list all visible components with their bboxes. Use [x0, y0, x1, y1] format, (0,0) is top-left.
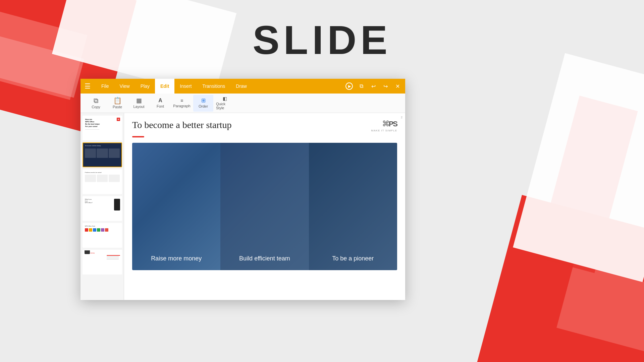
panel-1-label: Raise more money	[151, 255, 202, 262]
menu-items: File View Play Edit Insert Transitions D…	[96, 79, 345, 94]
thumb4-bg: What if youhaveWPS Office?	[83, 197, 121, 220]
slide-title: To become a better startup	[132, 120, 232, 130]
thumb3-card-3	[109, 175, 120, 182]
thumb4-phone	[114, 199, 120, 210]
slide-thumb-6-inner: To raise money	[83, 250, 121, 274]
thumb2-cell-1	[85, 148, 96, 158]
quickstyle-icon: ◧	[223, 96, 227, 101]
wps-logo-mark: ⌘PS	[382, 120, 397, 128]
thumb1-sub: ————————————	[85, 129, 119, 130]
paragraph-icon: ≡	[180, 98, 183, 103]
app-window: ☰ File View Play Edit Insert Transitions…	[80, 79, 405, 300]
thumb2-title: To become a better startup	[85, 145, 120, 146]
thumb3-bg: Problems need to be solved	[83, 170, 121, 184]
thumb2-bg: To become a better startup	[83, 143, 121, 167]
app-titlebar: ☰ File View Play Edit Insert Transitions…	[80, 79, 405, 94]
page-title: SLIDE	[0, 17, 644, 63]
thumb3-card-2	[97, 175, 108, 182]
font-button[interactable]: A Font	[150, 95, 170, 112]
app-content: W How canWPS OfficeBe the best helperFor…	[80, 113, 405, 300]
slide-panel-3: To be a pioneer	[309, 143, 397, 270]
slide-thumb-3-inner: Problems need to be solved	[83, 170, 121, 193]
slide-divider	[132, 136, 144, 137]
copy-icon: ⧉	[94, 97, 98, 104]
slide-panel-2: Build efficient team	[220, 143, 309, 270]
slides-panel: W How canWPS OfficeBe the best helperFor…	[80, 113, 124, 300]
menu-insert[interactable]: Insert	[174, 79, 197, 94]
menu-view[interactable]: View	[114, 79, 135, 94]
window-button[interactable]: ⧉	[358, 82, 365, 90]
slide-header: To become a better startup ⌘PS MAKE IT S…	[132, 120, 397, 132]
slide-thumb-1-inner: W How canWPS OfficeBe the best helperFor…	[83, 116, 121, 140]
menu-play[interactable]: Play	[135, 79, 155, 94]
thumb2-grid	[85, 148, 120, 158]
paste-label: Paste	[113, 105, 122, 109]
thumb1-wps-logo: W	[117, 118, 120, 121]
titlebar-actions: ▶ ⧉ ↩ ↪ ✕	[345, 82, 401, 90]
close-button[interactable]: ✕	[394, 82, 401, 90]
paragraph-button[interactable]: ≡ Paragraph	[172, 95, 192, 112]
copy-button[interactable]: ⧉ Copy	[86, 95, 106, 112]
thumb5-icon-6	[105, 228, 108, 232]
slide-thumb-2-inner: To become a better startup	[83, 143, 121, 167]
order-icon: ⊞	[201, 98, 206, 103]
slide-thumb-4[interactable]: What if youhaveWPS Office?	[83, 196, 122, 221]
layout-label: Layout	[133, 105, 144, 109]
thumb2-cell-3	[109, 148, 120, 158]
layout-button[interactable]: ▦ Layout	[129, 95, 149, 112]
thumb3-title: Problems need to be solved	[85, 172, 120, 173]
slide-thumb-4-inner: What if youhaveWPS Office?	[83, 197, 121, 220]
panel-3-overlay	[309, 143, 397, 270]
paste-button[interactable]: 📋 Paste	[107, 95, 127, 112]
panel-2-label: Build efficient team	[239, 255, 290, 262]
slide-thumb-5[interactable]: WPS Office Suite	[83, 223, 122, 248]
hamburger-icon: ☰	[85, 82, 91, 90]
menu-edit[interactable]: Edit	[155, 79, 174, 94]
slide-thumb-3[interactable]: Problems need to be solved	[83, 169, 122, 194]
thumb3-row	[85, 175, 120, 182]
slide-number: 2	[401, 116, 402, 119]
thumb5-bg: WPS Office Suite	[83, 224, 121, 247]
play-button[interactable]: ▶	[345, 82, 353, 90]
thumb2-cell-2	[97, 148, 108, 158]
slide-thumb-5-inner: WPS Office Suite	[83, 224, 121, 247]
wps-logo-sub: MAKE IT SIMPLE	[371, 129, 397, 132]
menu-draw[interactable]: Draw	[230, 79, 252, 94]
hamburger-menu-button[interactable]: ☰	[85, 83, 91, 89]
thumb3-card-1	[85, 175, 96, 182]
thumb5-icon-1	[85, 228, 88, 232]
quickstyle-label: Quick Style	[216, 102, 233, 110]
slide-thumb-6[interactable]: To raise money	[83, 250, 122, 275]
menu-transitions[interactable]: Transitions	[197, 79, 230, 94]
paste-icon: 📋	[113, 97, 122, 104]
slide-thumb-2[interactable]: To become a better startup	[83, 142, 122, 167]
thumb6-line-1	[107, 255, 120, 256]
thumb6-phone	[85, 250, 90, 254]
thumb6-bg: To raise money	[83, 250, 121, 255]
thumb6-text	[107, 255, 120, 260]
page-title-wrap: SLIDE	[0, 0, 644, 63]
thumb6-line-2	[107, 256, 119, 257]
thumb5-icon-5	[101, 228, 104, 232]
panel-1-overlay	[132, 143, 220, 270]
thumb5-icon-4	[97, 228, 100, 232]
thumb6-line-4	[107, 259, 119, 259]
thumb5-icon-2	[89, 228, 92, 232]
copy-label: Copy	[92, 105, 100, 109]
undo-button[interactable]: ↩	[370, 82, 377, 90]
thumb5-icons	[85, 228, 120, 232]
main-slide: 2 To become a better startup ⌘PS MAKE IT…	[124, 113, 405, 300]
slide-panels: Raise more money Build efficient team To…	[132, 143, 397, 270]
quickstyle-button[interactable]: ◧ Quick Style	[215, 95, 235, 112]
layout-icon: ▦	[136, 98, 142, 104]
order-label: Order	[199, 104, 208, 108]
thumb1-title: How canWPS OfficeBe the best helperFor y…	[85, 118, 119, 128]
menu-file[interactable]: File	[96, 79, 114, 94]
order-button[interactable]: ⊞ Order	[193, 95, 213, 112]
panel-3-label: To be a pioneer	[332, 255, 374, 262]
app-toolbar: ⧉ Copy 📋 Paste ▦ Layout A Font ≡ Paragra…	[80, 94, 405, 113]
thumb5-icon-3	[93, 228, 96, 232]
font-label: Font	[157, 104, 164, 108]
slide-thumb-1[interactable]: W How canWPS OfficeBe the best helperFor…	[83, 116, 122, 140]
redo-button[interactable]: ↪	[382, 82, 389, 90]
